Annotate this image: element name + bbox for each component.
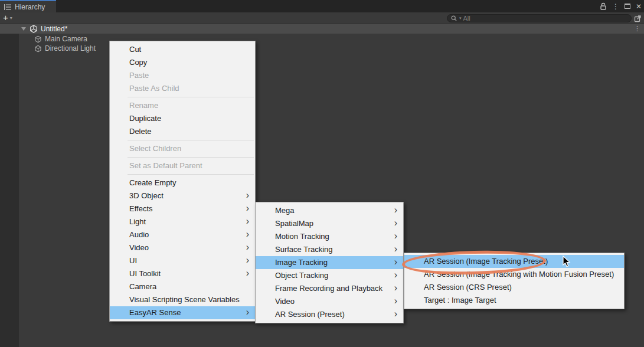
chevron-right-icon: › (246, 215, 249, 228)
menu-item-label: 3D Object (129, 191, 164, 200)
menu-item-label: Visual Scripting Scene Variables (129, 295, 240, 304)
chevron-right-icon: › (394, 307, 397, 320)
chevron-right-icon: › (394, 243, 397, 256)
menu-item: Set as Default Parent (110, 159, 255, 172)
chevron-right-icon: › (246, 254, 249, 267)
menu-item[interactable]: Effects› (110, 202, 255, 215)
hierarchy-panel: Hierarchy ⋮ ✕ + ▾ (0, 0, 644, 347)
menu-item-label: Delete (129, 127, 152, 136)
menu-item-label: Image Tracking (275, 258, 328, 267)
menu-item[interactable]: Camera (110, 280, 255, 293)
menu-item[interactable]: Target : Image Target (404, 294, 624, 307)
menu-item-label: EasyAR Sense (129, 308, 181, 317)
menu-item[interactable]: AR Session (Image Tracking Preset) (404, 255, 624, 268)
search-filter-caret-icon: ▾ (459, 16, 462, 21)
search-input[interactable] (463, 15, 627, 22)
menu-separator (128, 140, 254, 140)
menu-item[interactable]: EasyAR Sense› (110, 306, 255, 319)
menu-item[interactable]: Mega› (256, 204, 403, 217)
plus-icon: + (3, 13, 8, 22)
menu-item[interactable]: UI Toolkit› (110, 267, 255, 280)
menu-item-label: Frame Recording and Playback (275, 284, 383, 293)
menu-item-label: Mega (275, 206, 295, 215)
easyar-sense-submenu: Mega›SpatialMap›Motion Tracking›Surface … (255, 202, 404, 323)
menu-item-label: Cut (129, 45, 141, 54)
hierarchy-toolbar: + ▾ ▾ (0, 12, 644, 24)
menu-item-label: AR Session (Preset) (275, 310, 345, 319)
menu-item[interactable]: Video› (110, 241, 255, 254)
menu-item[interactable]: 3D Object› (110, 189, 255, 202)
chevron-right-icon: › (394, 294, 397, 307)
close-icon[interactable]: ✕ (636, 3, 642, 10)
lock-icon[interactable] (600, 2, 607, 10)
chevron-right-icon: › (394, 204, 397, 217)
menu-item-label: Camera (129, 282, 156, 291)
chevron-right-icon: › (246, 267, 249, 280)
chevron-right-icon: › (246, 241, 249, 254)
menu-item-label: UI Toolkit (129, 269, 161, 278)
tree-item-label: Main Camera (45, 35, 87, 43)
menu-item: Paste As Child (110, 82, 255, 95)
menu-item-label: Set as Default Parent (129, 161, 202, 170)
menu-item[interactable]: Create Empty (110, 176, 255, 189)
menu-item-label: Video (129, 243, 149, 252)
menu-item[interactable]: Motion Tracking› (256, 230, 403, 243)
chevron-right-icon: › (246, 189, 249, 202)
chevron-right-icon: › (246, 202, 249, 215)
menu-item-label: AR Session (CRS Preset) (424, 283, 512, 292)
gameobject-cube-icon (34, 45, 42, 53)
menu-separator (128, 97, 254, 97)
menu-item[interactable]: Duplicate (110, 112, 255, 125)
scene-row-untitled[interactable]: Untitled* ⋮ (0, 24, 644, 34)
menu-item-label: Duplicate (129, 114, 161, 123)
chevron-right-icon: › (394, 269, 397, 281)
image-tracking-submenu: AR Session (Image Tracking Preset)AR Ses… (404, 253, 625, 309)
scene-kebab-menu-icon[interactable]: ⋮ (634, 25, 640, 32)
menu-item-label: SpatialMap (275, 219, 313, 228)
menu-item[interactable]: Delete (110, 125, 255, 138)
menu-item[interactable]: Audio› (110, 228, 255, 241)
menu-item-label: Video (275, 297, 295, 306)
create-object-button[interactable]: + ▾ (3, 13, 12, 22)
tab-title: Hierarchy (15, 3, 45, 11)
menu-item-label: Motion Tracking (275, 232, 329, 241)
open-in-search-icon[interactable] (633, 14, 642, 23)
foldout-triangle-icon[interactable] (21, 27, 26, 31)
menu-item[interactable]: Frame Recording and Playback› (256, 282, 403, 295)
menu-item: Paste (110, 69, 255, 82)
menu-separator (128, 174, 254, 175)
tab-bar: Hierarchy ⋮ ✕ (0, 0, 644, 12)
menu-item[interactable]: Copy (110, 56, 255, 69)
menu-item-label: Paste (129, 71, 149, 80)
scene-name-label: Untitled* (41, 25, 67, 33)
menu-item[interactable]: AR Session (Preset)› (256, 308, 403, 321)
menu-item[interactable]: Surface Tracking› (256, 243, 403, 256)
menu-item-label: Target : Image Target (424, 296, 496, 305)
search-field[interactable]: ▾ (447, 14, 632, 22)
menu-item[interactable]: SpatialMap› (256, 217, 403, 230)
menu-item[interactable]: Object Tracking› (256, 269, 403, 282)
maximize-icon[interactable] (625, 4, 630, 9)
menu-item-label: Select Children (129, 144, 181, 153)
tree-item-main-camera[interactable]: Main Camera (0, 34, 644, 44)
menu-item[interactable]: AR Session (Image Tracking with Motion F… (404, 268, 624, 281)
menu-item[interactable]: Light› (110, 215, 255, 228)
tree-item-directional-light[interactable]: Directional Light (0, 44, 644, 53)
menu-item[interactable]: Cut (110, 43, 255, 56)
menu-item[interactable]: AR Session (CRS Preset) (404, 281, 624, 294)
panel-kebab-menu-icon[interactable]: ⋮ (612, 3, 619, 10)
menu-item-label: Effects (129, 204, 153, 213)
tab-hierarchy[interactable]: Hierarchy (0, 0, 56, 12)
menu-separator (128, 157, 254, 158)
menu-item[interactable]: Video› (256, 295, 403, 308)
menu-item: Rename (110, 99, 255, 112)
gameobject-cube-icon (34, 35, 42, 43)
menu-item[interactable]: Visual Scripting Scene Variables (110, 293, 255, 306)
chevron-right-icon: › (394, 256, 397, 269)
menu-item[interactable]: Image Tracking› (256, 256, 403, 269)
menu-item[interactable]: UI› (110, 254, 255, 267)
menu-item-label: Rename (129, 101, 158, 110)
menu-item-label: UI (129, 256, 137, 265)
context-menu: CutCopyPastePaste As ChildRenameDuplicat… (109, 41, 256, 322)
chevron-right-icon: › (246, 228, 249, 241)
